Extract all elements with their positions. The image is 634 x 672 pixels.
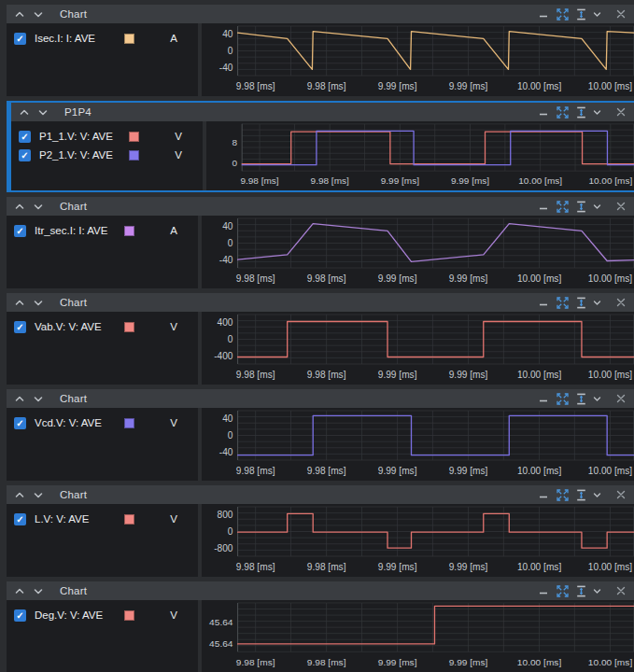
collapse-up-icon[interactable] (13, 488, 26, 501)
signal-checkbox[interactable]: ✓ (19, 149, 31, 161)
minimize-icon[interactable] (537, 7, 550, 21)
waveform-svg[interactable]: 400-409.98 [ms]9.98 [ms]9.99 [ms]9.99 [m… (202, 216, 634, 288)
signal-checkbox[interactable]: ✓ (14, 225, 26, 237)
panel-header[interactable]: Chart (7, 389, 634, 408)
minimize-icon[interactable] (537, 105, 550, 119)
signal-checkbox[interactable]: ✓ (14, 321, 26, 333)
fit-vertical-icon[interactable] (574, 584, 587, 597)
close-icon[interactable] (614, 200, 627, 213)
x-tick-label: 9.99 [ms] (381, 176, 420, 187)
waveform-svg[interactable]: 45.6445.649.98 [ms]9.98 [ms]9.99 [ms]9.9… (202, 600, 634, 672)
signal-checkbox[interactable]: ✓ (14, 417, 26, 429)
signal-color-swatch[interactable] (124, 34, 134, 44)
expand-down-icon[interactable] (32, 488, 45, 501)
chevron-down-icon[interactable] (590, 584, 603, 597)
signal-checkbox[interactable]: ✓ (14, 33, 26, 45)
chevron-down-icon[interactable] (590, 296, 603, 309)
waveform-plot[interactable]: 400-409.98 [ms]9.98 [ms]9.99 [ms]9.99 [m… (202, 408, 634, 481)
x-tick-label: 9.99 [ms] (378, 562, 417, 572)
fit-vertical-icon[interactable] (574, 296, 587, 309)
panel-header[interactable]: P1P4 (11, 103, 634, 121)
signal-color-swatch[interactable] (129, 150, 139, 161)
waveform-plot[interactable]: 400-409.98 [ms]9.98 [ms]9.99 [ms]9.99 [m… (202, 23, 634, 96)
expand-down-icon[interactable] (32, 7, 45, 21)
fit-to-view-icon[interactable] (556, 488, 569, 501)
fit-vertical-icon[interactable] (574, 200, 587, 213)
waveform-plot[interactable]: 809.98 [ms]9.98 [ms]9.99 [ms]9.99 [ms]10… (206, 121, 634, 190)
minimize-icon[interactable] (537, 392, 550, 405)
waveform-svg[interactable]: 400-409.98 [ms]9.98 [ms]9.99 [ms]9.99 [m… (202, 408, 634, 481)
waveform-plot[interactable]: 45.6445.649.98 [ms]9.98 [ms]9.99 [ms]9.9… (202, 600, 634, 672)
waveform-svg[interactable]: 4000-4009.98 [ms]9.98 [ms]9.99 [ms]9.99 … (202, 312, 634, 385)
close-icon[interactable] (614, 392, 627, 405)
x-tick-label: 9.99 [ms] (378, 657, 417, 667)
signal-color-swatch[interactable] (129, 132, 139, 142)
signal-color-swatch[interactable] (124, 610, 134, 621)
close-icon[interactable] (614, 584, 627, 597)
close-icon[interactable] (614, 105, 627, 119)
signal-color-swatch[interactable] (124, 322, 134, 332)
panel-body: ✓Isec.I: I: AVEA400-409.98 [ms]9.98 [ms]… (7, 23, 634, 96)
panel-header[interactable]: Chart (7, 293, 634, 312)
panel-header[interactable]: Chart (7, 5, 634, 23)
panel-title: Chart (60, 585, 87, 596)
waveform-plot[interactable]: 4000-4009.98 [ms]9.98 [ms]9.99 [ms]9.99 … (202, 312, 634, 385)
panel-header[interactable]: Chart (7, 485, 634, 504)
expand-down-icon[interactable] (32, 392, 45, 405)
minimize-icon[interactable] (537, 584, 550, 597)
y-tick-label: 0 (228, 430, 233, 441)
close-icon[interactable] (614, 296, 627, 309)
fit-to-view-icon[interactable] (556, 296, 569, 309)
fit-to-view-icon[interactable] (556, 392, 569, 405)
minimize-icon[interactable] (537, 488, 550, 501)
signal-legend: ✓Itr_sec.I: I: AVEA (7, 216, 198, 288)
waveform-plot[interactable]: 8000-8009.98 [ms]9.98 [ms]9.99 [ms]9.99 … (202, 504, 634, 577)
panel-body: ✓Itr_sec.I: I: AVEA400-409.98 [ms]9.98 [… (7, 216, 634, 288)
fit-vertical-icon[interactable] (574, 488, 587, 501)
signal-color-swatch[interactable] (124, 514, 134, 525)
fit-vertical-icon[interactable] (574, 105, 587, 119)
collapse-up-icon[interactable] (13, 296, 26, 309)
expand-down-icon[interactable] (32, 200, 45, 213)
signal-name: L.V: V: AVE (35, 513, 124, 525)
collapse-up-icon[interactable] (13, 200, 26, 213)
chevron-down-icon[interactable] (590, 392, 603, 405)
panel-body: ✓Vcd.V: V: AVEV400-409.98 [ms]9.98 [ms]9… (7, 408, 634, 481)
panel-header[interactable]: Chart (7, 197, 634, 216)
fit-to-view-icon[interactable] (556, 7, 569, 21)
signal-checkbox[interactable]: ✓ (14, 609, 26, 622)
waveform-svg[interactable]: 8000-8009.98 [ms]9.98 [ms]9.99 [ms]9.99 … (202, 504, 634, 577)
expand-down-icon[interactable] (32, 584, 45, 597)
chevron-down-icon[interactable] (590, 105, 603, 119)
collapse-up-icon[interactable] (13, 392, 26, 405)
close-icon[interactable] (614, 7, 627, 21)
signal-color-swatch[interactable] (124, 226, 134, 236)
close-icon[interactable] (614, 488, 627, 501)
chevron-down-icon[interactable] (590, 488, 603, 501)
collapse-up-icon[interactable] (18, 105, 31, 119)
expand-down-icon[interactable] (36, 105, 49, 119)
minimize-icon[interactable] (537, 296, 550, 309)
panel-title: P1P4 (64, 106, 92, 118)
signal-legend: ✓Vcd.V: V: AVEV (7, 408, 198, 481)
expand-down-icon[interactable] (32, 296, 45, 309)
collapse-up-icon[interactable] (13, 7, 26, 21)
chevron-down-icon[interactable] (590, 7, 603, 21)
collapse-up-icon[interactable] (13, 584, 26, 597)
fit-vertical-icon[interactable] (574, 7, 587, 21)
fit-to-view-icon[interactable] (556, 200, 569, 213)
fit-to-view-icon[interactable] (556, 584, 569, 597)
waveform-svg[interactable]: 400-409.98 [ms]9.98 [ms]9.99 [ms]9.99 [m… (202, 23, 634, 96)
fit-to-view-icon[interactable] (556, 105, 569, 119)
fit-vertical-icon[interactable] (574, 392, 587, 405)
panel-header[interactable]: Chart (7, 581, 634, 600)
minimize-icon[interactable] (537, 200, 550, 213)
y-tick-label: 45.64 (209, 617, 233, 627)
chevron-down-icon[interactable] (590, 200, 603, 213)
signal-checkbox[interactable]: ✓ (14, 513, 26, 525)
waveform-plot[interactable]: 400-409.98 [ms]9.98 [ms]9.99 [ms]9.99 [m… (202, 216, 634, 288)
waveform-svg[interactable]: 809.98 [ms]9.98 [ms]9.99 [ms]9.99 [ms]10… (206, 121, 634, 190)
x-tick-label: 9.98 [ms] (240, 176, 279, 187)
signal-checkbox[interactable]: ✓ (19, 131, 31, 143)
signal-color-swatch[interactable] (124, 418, 134, 428)
